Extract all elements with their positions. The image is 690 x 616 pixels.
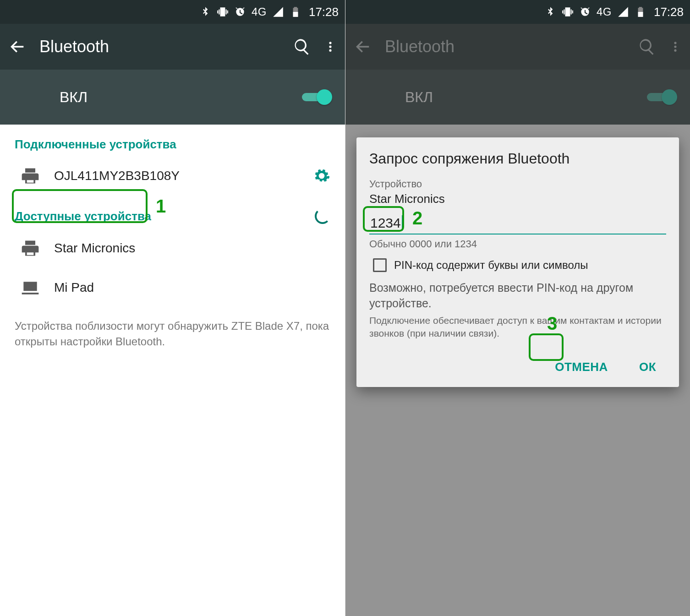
alarm-icon [234, 6, 246, 18]
battery-icon [635, 6, 646, 18]
annotation-number-1: 1 [156, 196, 166, 217]
laptop-icon [20, 278, 40, 298]
bluetooth-icon [199, 6, 211, 18]
dialog-title: Запрос сопряжения Bluetooth [369, 150, 666, 167]
overflow-menu-icon[interactable] [324, 38, 337, 56]
annotation-number-3: 3 [547, 313, 557, 334]
gear-icon[interactable] [313, 167, 330, 185]
available-device-row[interactable]: Star Micronics [0, 229, 345, 268]
bluetooth-icon [544, 6, 556, 18]
device-name-label: Mi Pad [54, 280, 330, 295]
checkbox-icon[interactable] [373, 258, 387, 272]
app-bar: Bluetooth [0, 24, 345, 70]
dialog-subnote: Подключение обеспечивает доступ к вашим … [369, 314, 666, 340]
status-bar: 4G 17:28 [0, 0, 345, 24]
device-name-label: OJL411MY2B3B108Y [54, 169, 299, 183]
vibrate-icon [562, 6, 574, 18]
network-4g-label: 4G [597, 5, 612, 18]
bluetooth-toggle-row[interactable]: ВКЛ [0, 70, 345, 125]
text-caret [402, 215, 403, 231]
printer-icon [20, 238, 40, 258]
device-name-label: Star Micronics [54, 241, 330, 256]
clock-label: 17:28 [309, 5, 339, 19]
signal-icon [617, 6, 629, 18]
section-connected-header: Подключенные устройства [0, 125, 345, 156]
alphanumeric-pin-checkbox-row[interactable]: PIN-код содержит буквы или символы [373, 258, 666, 272]
cancel-button[interactable]: ОТМЕНА [545, 354, 618, 381]
dialog-note: Возможно, потребуется ввести PIN-код на … [369, 280, 666, 311]
section-connected-label: Подключенные устройства [15, 137, 176, 152]
svg-point-1 [329, 45, 331, 48]
svg-point-2 [329, 49, 331, 52]
printer-icon [20, 166, 40, 186]
clock-label: 17:28 [654, 5, 684, 19]
pin-hint-label: Обычно 0000 или 1234 [369, 238, 666, 250]
discoverable-footnote: Устройства поблизости могут обнаружить Z… [0, 307, 345, 360]
toggle-label: ВКЛ [60, 89, 302, 106]
scanning-spinner-icon [315, 208, 330, 224]
network-4g-label: 4G [252, 5, 267, 18]
dialog-actions: ОТМЕНА ОК [369, 351, 666, 381]
vibrate-icon [217, 6, 229, 18]
section-available-header: Доступные устройства [0, 196, 345, 229]
device-list: Подключенные устройства OJL411MY2B3B108Y… [0, 125, 345, 360]
search-icon[interactable] [293, 38, 311, 56]
annotation-number-2: 2 [412, 208, 422, 229]
checkbox-label: PIN-код содержит буквы или символы [394, 259, 588, 272]
pairing-dialog: Запрос сопряжения Bluetooth Устройство S… [356, 137, 679, 387]
bluetooth-switch[interactable] [302, 89, 332, 105]
section-available-label: Доступные устройства [15, 209, 151, 224]
device-name-value: Star Micronics [369, 192, 666, 206]
screen-right: 4G 17:28 Bluetooth ВКЛ Подключенные устр… [345, 0, 690, 616]
svg-point-0 [329, 42, 331, 44]
available-device-row[interactable]: Mi Pad [0, 268, 345, 307]
back-icon[interactable] [8, 38, 27, 56]
alarm-icon [579, 6, 591, 18]
screen-left: 4G 17:28 Bluetooth ВКЛ Подключенные устр… [0, 0, 345, 616]
status-bar: 4G 17:28 [345, 0, 690, 24]
connected-device-row[interactable]: OJL411MY2B3B108Y [0, 156, 345, 196]
signal-icon [272, 6, 284, 18]
page-title: Bluetooth [39, 37, 280, 56]
device-field-label: Устройство [369, 178, 666, 190]
ok-button[interactable]: ОК [629, 354, 666, 381]
battery-icon [290, 6, 301, 18]
